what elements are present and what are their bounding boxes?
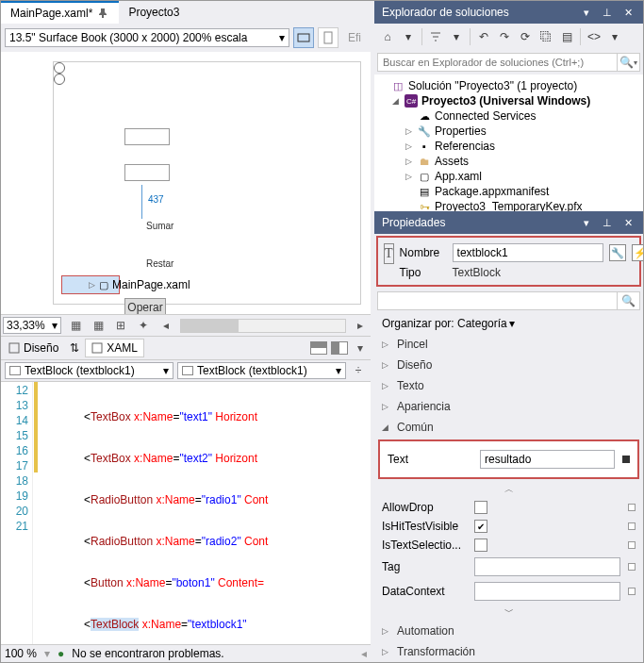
pin-icon[interactable]: ⊥ <box>600 5 615 20</box>
more-icon[interactable]: ÷ <box>350 362 367 379</box>
chevron-down-icon: ▾ <box>52 319 58 332</box>
grid-icon[interactable]: ▦ <box>67 317 84 334</box>
solution-search-input[interactable] <box>377 53 618 72</box>
code-editor[interactable]: 12131415161718192021 <TextBox x:Name="te… <box>1 381 371 644</box>
name-input[interactable] <box>453 243 603 262</box>
value-marker-icon[interactable] <box>622 456 630 463</box>
expander-icon[interactable]: ▷ <box>403 141 414 151</box>
element-path-2[interactable]: TextBlock (textblock1)▾ <box>177 362 346 379</box>
tree-item[interactable]: ▷🔧Properties <box>376 124 641 139</box>
view-code-icon[interactable]: <> <box>585 27 603 46</box>
category-diseno[interactable]: ▷Diseño <box>374 355 643 375</box>
scroll-left-icon[interactable]: ◂ <box>157 317 174 334</box>
element-path[interactable]: TextBlock (textblock1)▾ <box>5 362 173 379</box>
back-icon[interactable]: ↶ <box>474 27 493 46</box>
ishittest-checkbox[interactable]: ✔ <box>474 520 487 533</box>
property-filter-input[interactable] <box>377 291 618 310</box>
radio-restar[interactable] <box>54 74 65 85</box>
tree-item[interactable]: 🗝Proyecto3_TemporaryKey.pfx <box>376 199 641 211</box>
events-icon[interactable]: ⚡ <box>632 244 644 261</box>
allowdrop-checkbox[interactable] <box>474 501 487 514</box>
zoom-value[interactable]: 100 % <box>5 647 37 660</box>
design-canvas[interactable]: 437 Sumar Restar Operar resultado <box>53 61 361 305</box>
organize-by[interactable]: Organizar por: Categoría ▾ <box>374 313 643 334</box>
h-scrollbar[interactable] <box>180 319 346 333</box>
expander-icon[interactable]: ▷ <box>403 157 414 166</box>
dropdown-icon[interactable]: ▾ <box>579 5 594 20</box>
tree-item[interactable]: ▷▪Referencias <box>376 139 641 154</box>
expander-icon: ◢ <box>382 423 391 432</box>
swap-icon[interactable]: ⇅ <box>68 341 81 355</box>
zoom-combo[interactable]: 33,33%▾ <box>3 317 61 334</box>
refresh-icon[interactable]: ⟳ <box>516 27 535 46</box>
designer-surface[interactable]: 437 Sumar Restar Operar resultado 109 <box>1 52 371 314</box>
tree-item[interactable]: ☁Connected Services <box>376 108 641 124</box>
orientation-portrait-button[interactable] <box>318 27 339 48</box>
properties-icon[interactable]: ▤ <box>557 27 576 46</box>
textbox-1[interactable] <box>124 128 170 145</box>
search-icon[interactable]: 🔍▾ <box>618 53 640 72</box>
solution-node[interactable]: ◫ Solución "Proyecto3" (1 proyecto) <box>376 78 641 93</box>
show-all-icon[interactable]: ⿻ <box>537 27 555 46</box>
close-icon[interactable]: ✕ <box>620 215 636 230</box>
expander-icon[interactable]: ◢ <box>389 96 401 106</box>
value-marker-icon[interactable] <box>628 541 636 549</box>
grid-icon-2[interactable]: ▦ <box>90 317 107 334</box>
project-node[interactable]: ◢ C# Proyecto3 (Universal Windows) <box>376 93 641 108</box>
dropdown-icon[interactable]: ▾ <box>605 27 624 46</box>
split-v-icon[interactable] <box>331 341 348 355</box>
collapse-icon[interactable] <box>426 27 445 46</box>
collapse-icon[interactable]: ▾ <box>352 340 369 356</box>
expand-more-icon[interactable]: ﹀ <box>374 604 643 621</box>
wrench-icon[interactable]: 🔧 <box>609 244 626 261</box>
istextsel-checkbox[interactable] <box>474 539 487 552</box>
scroll-right-icon[interactable]: ▸ <box>352 317 369 334</box>
text-input[interactable] <box>480 450 615 469</box>
line-numbers: 12131415161718192021 <box>1 382 33 644</box>
solution-tree[interactable]: ◫ Solución "Proyecto3" (1 proyecto) ◢ C#… <box>374 75 643 211</box>
expand-less-icon[interactable]: ︿ <box>374 481 643 498</box>
code-content[interactable]: <TextBox x:Name="text1" Horizont <TextBo… <box>39 382 371 644</box>
expander-icon[interactable]: ▷ <box>403 172 414 181</box>
svg-rect-2 <box>9 343 19 353</box>
view-design[interactable]: Diseño <box>3 340 64 356</box>
tab-project[interactable]: Proyecto3 <box>119 1 189 24</box>
dropdown-icon[interactable]: ▾ <box>447 27 466 46</box>
tree-item[interactable]: ▤Package.appxmanifest <box>376 184 641 199</box>
forward-icon[interactable]: ↷ <box>495 27 514 46</box>
category-transformacion[interactable]: ▷Transformación <box>374 641 643 662</box>
tab-mainpage[interactable]: MainPage.xaml* <box>1 1 119 24</box>
view-xaml[interactable]: XAML <box>85 339 144 357</box>
value-marker-icon[interactable] <box>628 588 636 595</box>
effects-icon[interactable]: ✦ <box>135 317 152 334</box>
close-icon[interactable]: ✕ <box>620 5 636 20</box>
home-icon[interactable]: ⌂ <box>378 27 397 46</box>
category-apariencia[interactable]: ▷Apariencia <box>374 396 643 417</box>
orientation-landscape-button[interactable] <box>293 27 314 48</box>
design-icon <box>8 342 20 354</box>
dropdown-icon[interactable]: ▾ <box>399 27 418 46</box>
datacontext-input[interactable] <box>474 582 620 601</box>
tree-item[interactable]: ▷▢App.xaml <box>376 169 641 184</box>
pin-icon[interactable] <box>96 7 109 20</box>
category-texto[interactable]: ▷Texto <box>374 375 643 396</box>
pin-icon[interactable]: ⊥ <box>600 215 615 230</box>
button-operar[interactable]: Operar <box>124 298 166 314</box>
device-combo[interactable]: 13.5" Surface Book (3000 x 2000) 200% es… <box>5 28 289 47</box>
value-marker-icon[interactable] <box>628 563 636 571</box>
value-marker-icon[interactable] <box>628 504 636 511</box>
value-marker-icon[interactable] <box>628 522 636 530</box>
category-pincel[interactable]: ▷Pincel <box>374 334 643 355</box>
tag-input[interactable] <box>474 557 620 576</box>
category-automation[interactable]: ▷Automation <box>374 621 643 641</box>
tree-item[interactable]: ▷🖿Assets <box>376 154 641 169</box>
radio-sumar[interactable] <box>54 62 65 74</box>
dropdown-icon[interactable]: ▾ <box>579 215 594 230</box>
search-icon[interactable]: 🔍 <box>618 291 640 310</box>
category-comun[interactable]: ◢Común <box>374 417 643 438</box>
expander-icon[interactable]: ▷ <box>403 126 414 136</box>
snap-icon[interactable]: ⊞ <box>112 317 129 334</box>
scroll-left-icon[interactable]: ◂ <box>361 647 367 660</box>
split-h-icon[interactable] <box>310 341 327 355</box>
textbox-2[interactable] <box>124 164 170 181</box>
